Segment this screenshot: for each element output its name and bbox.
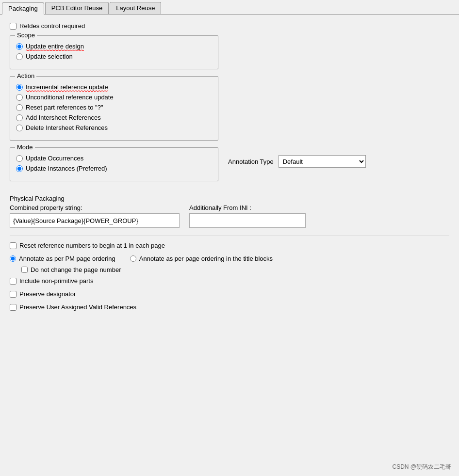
- action-option-1: Unconditional reference update: [16, 94, 212, 101]
- mode-label-0: Update Occurrences: [26, 155, 83, 162]
- action-title: Action: [15, 72, 36, 79]
- combined-col: Combined property string:: [10, 204, 180, 228]
- action-radio-0[interactable]: [16, 84, 23, 91]
- scope-radio-0[interactable]: [16, 43, 23, 50]
- reset-ref-row: Reset reference numbers to begin at 1 in…: [10, 242, 449, 249]
- combined-label: Combined property string:: [10, 204, 180, 211]
- refdes-label: Refdes control required: [19, 22, 85, 30]
- action-radio-4[interactable]: [16, 125, 23, 131]
- include-non-primitive-checkbox[interactable]: [10, 278, 16, 285]
- preserve-valid-ref-row: Preserve User Assigned Valid References: [10, 303, 449, 311]
- mode-option-1: Update Instances (Preferred): [16, 165, 212, 172]
- physical-packaging-title: Physical Packaging: [10, 195, 449, 202]
- additional-input[interactable]: [189, 213, 306, 228]
- scope-title: Scope: [15, 32, 37, 39]
- include-non-primitive-label: Include non-primitive parts: [19, 277, 93, 285]
- scope-radio-1[interactable]: [16, 53, 23, 60]
- preserve-designator-row: Preserve designator: [10, 290, 449, 298]
- refdes-control-row: Refdes control required: [10, 22, 449, 30]
- mode-label-1: Update Instances (Preferred): [26, 165, 107, 172]
- combined-input[interactable]: [10, 213, 180, 228]
- scope-option-0: Update entire design: [16, 43, 212, 50]
- include-non-primitive-row: Include non-primitive parts: [10, 277, 449, 285]
- action-option-3: Add Intersheet References: [16, 114, 212, 121]
- preserve-designator-label: Preserve designator: [19, 290, 76, 298]
- preserve-valid-ref-label: Preserve User Assigned Valid References: [19, 303, 136, 311]
- annotate-title-label: Annotate as per page ordering in the tit…: [139, 255, 273, 262]
- annotate-title-radio[interactable]: [130, 255, 136, 262]
- main-window: Packaging PCB Editor Reuse Layout Reuse …: [0, 0, 459, 476]
- action-label-3: Add Intersheet References: [26, 114, 101, 121]
- preserve-valid-ref-checkbox[interactable]: [10, 304, 16, 311]
- divider-1: [10, 236, 449, 236]
- action-option-0: Incremental reference update: [16, 83, 212, 91]
- scope-label-0: Update entire design: [26, 43, 84, 50]
- scope-label-1: Update selection: [26, 53, 73, 60]
- action-label-1: Unconditional reference update: [26, 94, 114, 101]
- mode-radio-0[interactable]: [16, 155, 23, 162]
- mode-radio-1[interactable]: [16, 165, 23, 172]
- annotate-title-row: Annotate as per page ordering in the tit…: [130, 255, 273, 262]
- do-not-change-page-row: Do not change the page number: [21, 266, 449, 273]
- mode-group: Mode Update Occurrences Update Instances…: [10, 147, 218, 181]
- tab-pcb-editor-reuse[interactable]: PCB Editor Reuse: [45, 2, 109, 14]
- additional-label: Additionally From INI :: [189, 204, 306, 211]
- tabs-bar: Packaging PCB Editor Reuse Layout Reuse: [0, 0, 459, 15]
- action-radio-2[interactable]: [16, 104, 23, 111]
- reset-ref-label: Reset reference numbers to begin at 1 in…: [19, 242, 165, 249]
- tab-layout-reuse[interactable]: Layout Reuse: [110, 2, 161, 14]
- action-group: Action Incremental reference update Unco…: [10, 76, 218, 141]
- mode-options: Update Occurrences Update Instances (Pre…: [16, 155, 212, 172]
- annotate-row: Annotate as per PM page ordering Annotat…: [10, 255, 449, 262]
- annotation-type-select[interactable]: Default Flat Hierarchical: [279, 155, 366, 168]
- annotate-pm-radio[interactable]: [10, 255, 16, 262]
- refdes-checkbox[interactable]: [10, 23, 16, 30]
- action-options: Incremental reference update Uncondition…: [16, 83, 212, 131]
- scope-option-1: Update selection: [16, 53, 212, 60]
- action-label-0: Incremental reference update: [26, 83, 108, 91]
- preserve-designator-checkbox[interactable]: [10, 291, 16, 298]
- annotation-type-box: Annotation Type Default Flat Hierarchica…: [228, 147, 366, 188]
- mode-annotation-row: Mode Update Occurrences Update Instances…: [10, 147, 449, 188]
- action-label-4: Delete Intersheet References: [26, 124, 108, 131]
- physical-row: Combined property string: Additionally F…: [10, 204, 449, 228]
- do-not-change-page-checkbox[interactable]: [21, 267, 28, 273]
- action-option-2: Reset part references to "?": [16, 104, 212, 111]
- scope-options: Update entire design Update selection: [16, 43, 212, 60]
- action-text-0: Incremental reference update: [26, 83, 108, 91]
- watermark: CSDN @硬码农二毛哥: [392, 463, 451, 471]
- annotate-pm-label: Annotate as per PM page ordering: [19, 255, 115, 262]
- content-area: Refdes control required Scope Update ent…: [0, 15, 459, 324]
- action-radio-3[interactable]: [16, 114, 23, 121]
- scope-text-0: Update entire design: [26, 43, 84, 50]
- mode-title: Mode: [15, 143, 35, 151]
- action-label-2: Reset part references to "?": [26, 104, 103, 111]
- annotate-pm-row: Annotate as per PM page ordering: [10, 255, 115, 262]
- action-radio-1[interactable]: [16, 94, 23, 101]
- additional-col: Additionally From INI :: [189, 204, 306, 228]
- mode-option-0: Update Occurrences: [16, 155, 212, 162]
- annotation-type-label: Annotation Type: [228, 155, 274, 165]
- reset-ref-checkbox[interactable]: [10, 242, 16, 249]
- action-option-4: Delete Intersheet References: [16, 124, 212, 131]
- tab-packaging[interactable]: Packaging: [2, 2, 44, 15]
- scope-group: Scope Update entire design Update select…: [10, 35, 218, 69]
- physical-packaging-group: Physical Packaging Combined property str…: [10, 195, 449, 228]
- do-not-change-page-label: Do not change the page number: [31, 266, 121, 273]
